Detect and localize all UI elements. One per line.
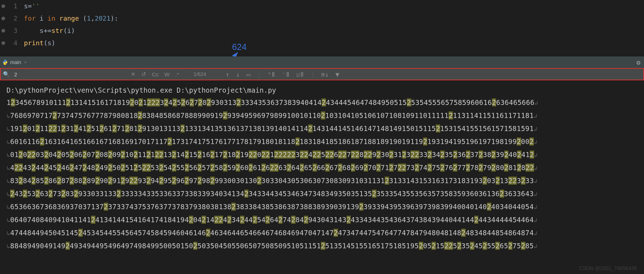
add-filter-icon[interactable]: ⁺ǁ	[267, 71, 275, 78]
line-number: 2	[0, 12, 24, 25]
regex-toggle[interactable]: .*	[176, 71, 179, 77]
next-match-icon[interactable]: ↓	[236, 71, 240, 78]
match-case-toggle[interactable]: Cc	[152, 71, 158, 77]
run-tab-label[interactable]: main	[10, 59, 21, 65]
code-text: s=''	[24, 0, 40, 12]
output-line: ↳474484494504514524534544554564574584594…	[7, 227, 637, 240]
console-toolbar: ↑ ↓ ▭ | ⁺ǁ ⁻ǁ ☑ǁ | ≡↓ ▼	[226, 71, 339, 78]
prev-match-icon[interactable]: ↑	[226, 71, 230, 78]
output-line: 1234567891011121314151617181920212223242…	[7, 96, 637, 109]
select-all-icon[interactable]: ☑ǁ	[296, 71, 304, 78]
output-line: ↳768697071727374757677787980818283848586…	[7, 109, 637, 122]
gear-icon[interactable]: ⚙	[636, 59, 640, 66]
find-bar: 🔍 ✕ ↺ Cc W .* 1/624 ↑ ↓ ▭ | ⁺ǁ ⁻ǁ ☑ǁ | ≡…	[0, 68, 644, 80]
remove-filter-icon[interactable]: ⁻ǁ	[282, 71, 290, 78]
code-text: print(s)	[24, 37, 55, 49]
search-input[interactable]	[13, 71, 131, 78]
sort-icon[interactable]: ≡↓	[321, 71, 329, 78]
output-line: ↳243253263273283293303313323333343353363…	[7, 187, 637, 201]
output-line: ↳884894904914924934944954964974984995005…	[7, 240, 637, 253]
watermark: CSDN @2301_78696436	[579, 265, 637, 271]
output-line: ↳064074084094104114124134144154164174184…	[7, 214, 637, 227]
line-number: 1	[0, 0, 24, 12]
python-icon	[2, 59, 8, 65]
output-line: ↳422432442452462472482492502512522532542…	[7, 161, 637, 174]
code-text: for i in range (1,2021):	[24, 12, 118, 25]
run-tab-bar: main × ⚙	[0, 56, 644, 68]
command-line: D:\pythonProject\venv\Scripts\python.exe…	[7, 84, 637, 96]
console-output[interactable]: D:\pythonProject\venv\Scripts\python.exe…	[0, 80, 644, 256]
words-toggle[interactable]: W	[164, 71, 169, 77]
close-icon[interactable]: ×	[24, 60, 26, 65]
new-window-icon[interactable]: ▭	[247, 71, 251, 78]
output-line: ↳601611621631641651661671681691701711721…	[7, 135, 637, 148]
output-line: ↳012022032042052062072082092102112122132…	[7, 148, 637, 161]
line-number: 4	[0, 37, 24, 49]
code-text: s+=str(i)	[24, 25, 75, 37]
annotation-text: 624	[232, 42, 247, 52]
code-editor[interactable]: 1 s='' 2 for i in range (1,2021): 3 s+=s…	[0, 0, 644, 56]
match-count: 1/624	[194, 71, 206, 77]
clear-icon[interactable]: ✕	[131, 71, 136, 77]
output-line: ↳653663673683693703713723733743753763773…	[7, 201, 637, 214]
output-line: ↳832842852862872882892902912922932942952…	[7, 174, 637, 187]
output-line: ↳191201211221231241251261271281291301311…	[7, 122, 637, 135]
reset-icon[interactable]: ↺	[141, 71, 146, 77]
filter-icon[interactable]: ▼	[335, 71, 339, 78]
search-icon: 🔍	[3, 71, 10, 77]
line-number: 3	[0, 25, 24, 37]
